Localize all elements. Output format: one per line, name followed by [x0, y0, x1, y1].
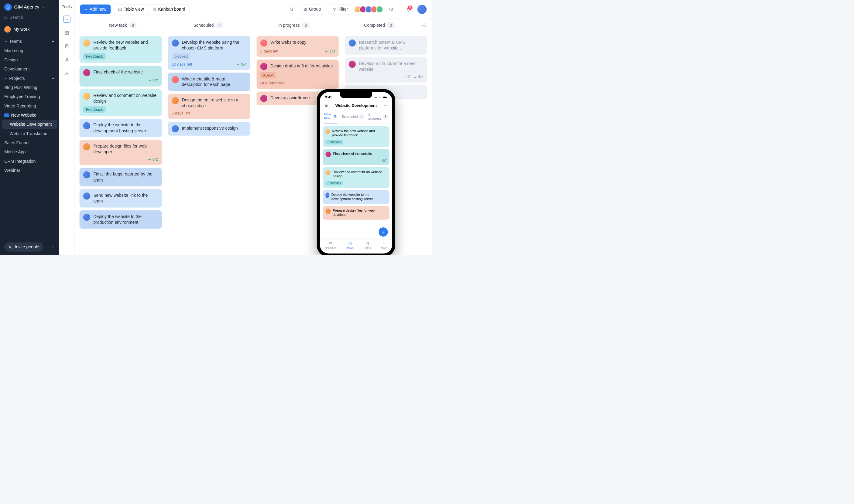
phone-task-card[interactable]: Prepare design files for web developer: [323, 206, 389, 219]
rail-calendar-icon[interactable]: 31: [63, 29, 70, 36]
menu-icon[interactable]: [324, 104, 328, 107]
avatar: [172, 97, 179, 104]
task-card[interactable]: Fix all the bugs reported by the team: [80, 168, 162, 186]
folder-icon: [4, 113, 9, 117]
user-plus-icon: [8, 245, 13, 249]
phone-nav-notes[interactable]: Notes: [364, 242, 371, 250]
svg-rect-36: [383, 97, 386, 98]
task-card[interactable]: Review the new website and provide feedb…: [80, 36, 162, 63]
filter-icon: [333, 7, 337, 11]
task-card[interactable]: Deploy the website to the production env…: [80, 210, 162, 229]
task-card[interactable]: Research potential CMS platforms for web…: [345, 36, 428, 55]
tag-feedback: Feedback: [325, 140, 343, 145]
invite-people-button[interactable]: Invite people: [4, 242, 43, 251]
sidebar: G GIM Agency Search... My work Teams Mar…: [0, 0, 59, 255]
task-card[interactable]: Final check of the website 0/7: [80, 66, 162, 86]
team-item[interactable]: Development: [0, 65, 59, 74]
add-new-button[interactable]: Add new: [80, 4, 111, 14]
my-work-link[interactable]: My work: [0, 24, 59, 37]
svg-rect-33: [376, 97, 377, 98]
project-sub-item-active[interactable]: Website Development: [2, 120, 57, 129]
phone-task-card[interactable]: Final check of the website 0/7: [323, 149, 389, 165]
project-item[interactable]: CRM Integration: [0, 157, 59, 166]
due-date: Due tomorrow: [260, 81, 285, 86]
project-sub-item[interactable]: Website Translation: [0, 129, 59, 138]
phone-task-card[interactable]: Deploy the website to the development ho…: [323, 190, 389, 204]
task-card[interactable]: Design drafts in 3 different styles ASAP…: [257, 59, 339, 89]
phone-task-card[interactable]: Review and comment on website design Fee…: [323, 167, 389, 188]
search-input[interactable]: Search...: [3, 15, 56, 20]
checklist-progress: 0/2: [148, 157, 158, 162]
group-button[interactable]: Group: [299, 4, 325, 14]
project-item[interactable]: Employee Training: [0, 92, 59, 102]
column-header[interactable]: In progress 3: [251, 22, 336, 28]
team-item[interactable]: Design: [0, 55, 59, 65]
teams-section-header[interactable]: Teams: [0, 37, 59, 46]
svg-line-24: [292, 10, 293, 11]
task-card[interactable]: Develop a structure for a new website 2 …: [345, 57, 428, 83]
avatar: [325, 151, 331, 157]
kanban-view-button[interactable]: Kanban board: [148, 4, 190, 14]
phone-tabs: New task8 Scheduled4 In progress3: [320, 111, 392, 124]
more-icon[interactable]: [384, 104, 388, 107]
phone-nav-schedule[interactable]: Schedule: [325, 242, 336, 250]
avatar: [260, 39, 267, 47]
phone-tab[interactable]: In progress3: [368, 112, 388, 123]
task-card[interactable]: Develop the website using the chosen CMS…: [168, 36, 250, 70]
phone-nav-tasks[interactable]: Tasks: [346, 242, 353, 250]
project-item[interactable]: Webinar: [0, 166, 59, 175]
project-item[interactable]: Sales Funnel: [0, 138, 59, 147]
plus-icon[interactable]: [52, 76, 55, 80]
chevron-down-icon: [4, 40, 7, 43]
phone-tab[interactable]: New task8: [324, 112, 337, 123]
project-item[interactable]: Mobile App: [0, 147, 59, 157]
workspace-name: GIM Agency: [14, 4, 39, 10]
task-card[interactable]: Write meta title & meta description for …: [168, 73, 250, 91]
board-settings-icon[interactable]: [422, 23, 426, 28]
chevron-right-icon[interactable]: [51, 245, 55, 249]
task-card[interactable]: Deploy the website to the development ho…: [80, 119, 162, 137]
team-item[interactable]: Marketing: [0, 46, 59, 55]
phone-nav-more[interactable]: More: [381, 242, 387, 250]
projects-section-header[interactable]: Projects: [0, 74, 59, 83]
member-avatars[interactable]: [355, 6, 383, 13]
task-card[interactable]: Design the entire website in a chosen st…: [168, 94, 250, 119]
task-card[interactable]: Prepare design files for web developer 0…: [80, 140, 162, 165]
profile-avatar[interactable]: [417, 5, 426, 14]
svg-rect-34: [377, 96, 377, 98]
avatar: [376, 6, 383, 13]
search-button[interactable]: [287, 5, 296, 14]
svg-point-13: [66, 58, 67, 60]
workspace-switcher[interactable]: G GIM Agency: [0, 3, 59, 15]
rail-notes-icon[interactable]: [63, 43, 70, 50]
rail-people-icon[interactable]: [63, 56, 70, 63]
phone-fab-button[interactable]: +: [379, 228, 388, 236]
kanban-icon: [348, 242, 352, 246]
avatar: [172, 125, 179, 132]
svg-marker-29: [333, 8, 336, 11]
avatar: [83, 193, 90, 199]
rail-settings-icon[interactable]: [63, 70, 70, 77]
column-header[interactable]: Completed 3: [337, 22, 422, 28]
more-members[interactable]: +3: [388, 7, 393, 12]
task-card[interactable]: Implement responsive design: [168, 122, 250, 136]
project-item[interactable]: Video Recording: [0, 102, 59, 110]
project-item[interactable]: Blog Post Writing: [0, 83, 59, 92]
project-folder[interactable]: New Website: [0, 110, 59, 120]
tag-feedback: Feedback: [83, 106, 106, 113]
phone-task-card[interactable]: Review the new website and provide feedb…: [323, 126, 389, 147]
task-card[interactable]: Review and comment on website design Fee…: [80, 89, 162, 116]
column-header[interactable]: New task 8: [80, 22, 165, 28]
table-view-button[interactable]: Table view: [114, 4, 148, 14]
plus-icon[interactable]: [52, 40, 55, 43]
task-card[interactable]: Send new website link to the team: [80, 189, 162, 208]
task-card[interactable]: Write website copy 3 days left1/3: [257, 36, 339, 57]
column-scheduled: Develop the website using the chosen CMS…: [167, 36, 251, 251]
column-header[interactable]: Scheduled 4: [165, 22, 251, 28]
notifications-button[interactable]: 9: [406, 7, 411, 12]
filter-button[interactable]: Filter: [328, 4, 352, 14]
avatar: [260, 95, 267, 102]
rail-tasks-icon[interactable]: [63, 16, 70, 23]
phone-tab[interactable]: Scheduled4: [342, 112, 364, 123]
avatar: [83, 122, 90, 129]
